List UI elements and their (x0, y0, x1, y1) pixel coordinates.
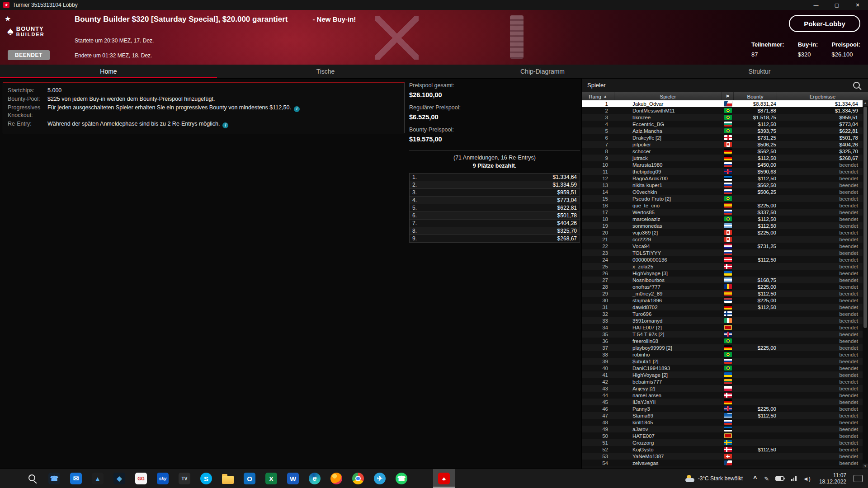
player-row[interactable]: 37 playboy99999 [2] $225,00 beendet (582, 344, 863, 351)
tv-app-icon[interactable]: TV (174, 469, 195, 488)
player-row[interactable]: 9 jutrack $112,50 $268,67 (582, 155, 863, 161)
stylus-icon[interactable]: ✎ (761, 475, 772, 482)
player-row[interactable]: 30 stajmak1896 $225,00 beendet (582, 297, 863, 304)
player-row[interactable]: 7 jnfpoker $506,25 $404,26 (582, 141, 863, 148)
edge-icon[interactable]: e (304, 469, 326, 488)
file-explorer-icon[interactable] (217, 469, 239, 488)
star-icon[interactable] (5, 14, 11, 23)
player-row[interactable]: 5 Aziz.Mancha $393,75 $622,81 (582, 127, 863, 134)
player-row[interactable]: 32 Turo696 beendet (582, 310, 863, 317)
player-row[interactable]: 36 freerollin68 beendet (582, 338, 863, 344)
player-row[interactable]: 24 000000000136 $112,50 beendet (582, 256, 863, 263)
player-row[interactable]: 28 onofras*777 $225,00 beendet (582, 283, 863, 290)
player-row[interactable]: 48 kirill1845 beendet (582, 419, 863, 426)
tab-struktur[interactable]: Struktur (651, 65, 868, 78)
player-row[interactable]: 43 Anjeyy [2] beendet (582, 385, 863, 392)
player-row[interactable]: 41 HighVoyage [2] beendet (582, 371, 863, 378)
sky-icon[interactable]: sky (152, 469, 174, 488)
poker-lobby-button[interactable]: Poker-Lobby (789, 15, 860, 32)
column-header-player[interactable]: Spieler (614, 92, 722, 101)
player-row[interactable]: 11 thebigdog09 $590,63 beendet (582, 168, 863, 175)
player-row[interactable]: 6 Drakeylfc [2] $731,25 $501,78 (582, 134, 863, 141)
battery-icon[interactable] (772, 476, 788, 481)
minimize-button[interactable]: — (806, 0, 826, 10)
firefox-icon[interactable] (326, 469, 347, 488)
player-row[interactable]: 12 RagnAArok700 $112,50 beendet (582, 175, 863, 182)
player-row[interactable]: 53 YaNeMo1387 beendet (582, 453, 863, 460)
column-header-flag flag-icon[interactable] (722, 92, 734, 101)
player-row[interactable]: 13 nikita-kuper1 $562,50 beendet (582, 182, 863, 188)
start-button[interactable] (0, 469, 22, 488)
column-header-result[interactable]: Ergebnisse (777, 92, 868, 101)
player-row[interactable]: 19 sonmonedas $112,50 beendet (582, 222, 863, 229)
player-row[interactable]: 26 HighVoyage [3] beendet (582, 270, 863, 277)
skype-icon[interactable]: S (195, 469, 217, 488)
player-row[interactable]: 21 ccr2229 beendet (582, 236, 863, 243)
player-row[interactable]: 25 x_zola25 beendet (582, 263, 863, 270)
outlook-icon[interactable]: O (239, 469, 260, 488)
maximize-button[interactable]: ▢ (826, 0, 847, 10)
whatsapp-icon[interactable]: ☎ (391, 469, 412, 488)
network-icon[interactable] (788, 476, 800, 481)
player-row[interactable]: 3 bkmzee $1.518,75 $959,51 (582, 114, 863, 121)
tab-home[interactable]: Home (0, 65, 217, 78)
notifications-icon[interactable] (854, 475, 863, 482)
tab-tische[interactable]: Tische (217, 65, 434, 78)
your-phone-icon[interactable]: ☎ (43, 469, 65, 488)
tray-expand-icon[interactable]: ^ (749, 475, 761, 482)
search-button[interactable] (22, 469, 43, 488)
player-row[interactable]: 23 TOLSTIYYY beendet (582, 249, 863, 256)
scrollbar-thumb[interactable] (863, 107, 867, 328)
taskbar-clock[interactable]: 11:07 18.12.2022 (814, 472, 852, 485)
info-icon[interactable] (294, 106, 300, 112)
player-row[interactable]: 46 Panny3 $225,00 beendet (582, 405, 863, 412)
player-row[interactable]: 44 nameLarsen beendet (582, 392, 863, 399)
player-row[interactable]: 42 bebaimis777 beendet (582, 378, 863, 385)
pokerstars-icon[interactable]: ♠ (433, 469, 455, 488)
column-header-bounty[interactable]: Bounty (734, 92, 777, 101)
player-row[interactable]: 33 3591omanyd beendet (582, 317, 863, 324)
player-row[interactable]: 50 HATE007 beendet (582, 432, 863, 439)
excel-icon[interactable]: X (260, 469, 282, 488)
player-row[interactable]: 10 Marusia1980 $450,00 beendet (582, 161, 863, 168)
gg-poker-icon[interactable]: GG (130, 469, 152, 488)
diamond-app-icon[interactable]: ◆ (108, 469, 130, 488)
tab-chip-diagramm[interactable]: Chip-Diagramm (434, 65, 651, 78)
player-row[interactable]: 54 zelvavegas beendet (582, 460, 863, 466)
close-button[interactable]: ✕ (847, 0, 868, 10)
player-row[interactable]: 38 robinho beendet (582, 351, 863, 358)
word-icon[interactable]: W (282, 469, 304, 488)
player-row[interactable]: 45 IlJaYJaYIl beendet (582, 399, 863, 405)
player-row[interactable]: 4 Eccentric_BG $112,50 $773,04 (582, 121, 863, 127)
player-row[interactable]: 15 Pseudo Fruto [2] beendet (582, 195, 863, 202)
player-row[interactable]: 49 aJarov beendet (582, 426, 863, 432)
player-row[interactable]: 16 que_te_crio $225,00 beendet (582, 202, 863, 209)
mail-icon[interactable]: ✉ (65, 469, 87, 488)
players-scrollbar[interactable] (863, 100, 868, 469)
player-row[interactable]: 40 DaniC19941893 beendet (582, 365, 863, 371)
player-row[interactable]: 47 Stama69 $112,50 beendet (582, 412, 863, 419)
player-row[interactable]: 8 schocer $562,50 $325,70 (582, 148, 863, 155)
player-row[interactable]: 31 dawid8702 $112,50 beendet (582, 304, 863, 310)
weather-widget[interactable]: -3°C Stark bewölkt (679, 469, 750, 488)
player-row[interactable]: 52 KojGysto $112,50 beendet (582, 446, 863, 453)
column-header-rank[interactable]: Rang (582, 92, 614, 101)
player-row[interactable]: 39 $ubuta1 [2] beendet (582, 358, 863, 365)
search-icon[interactable] (853, 82, 860, 89)
scroll-up-icon[interactable] (863, 100, 868, 106)
player-row[interactable]: 35 T 54 T 97s [2] beendet (582, 331, 863, 338)
player-row[interactable]: 51 Grozzorg beendet (582, 439, 863, 446)
telegram-icon[interactable]: ✈ (369, 469, 391, 488)
player-row[interactable]: 14 O0vechkin $506,25 beendet (582, 188, 863, 195)
photos-icon[interactable]: ▲ (87, 469, 108, 488)
player-row[interactable]: 29 _m0ney2_89 $112,50 beendet (582, 290, 863, 297)
player-row[interactable]: 34 HATE007 [2] beendet (582, 324, 863, 331)
player-row[interactable]: 27 Nosnibourbos $168,75 beendet (582, 277, 863, 283)
info-icon[interactable] (222, 122, 228, 128)
player-row[interactable]: 18 marceloaziz $112,50 beendet (582, 216, 863, 222)
volume-icon[interactable]: ◄) (800, 475, 814, 482)
player-row[interactable]: 2 DontMesswithM11 $871,88 $1.334,59 (582, 107, 863, 114)
chrome-icon[interactable] (347, 469, 369, 488)
player-row[interactable]: 17 Wertos85 $337,50 beendet (582, 209, 863, 216)
player-row[interactable]: 1 Jakub_Odvar $8.831,24 $1.334,64 (582, 100, 863, 107)
